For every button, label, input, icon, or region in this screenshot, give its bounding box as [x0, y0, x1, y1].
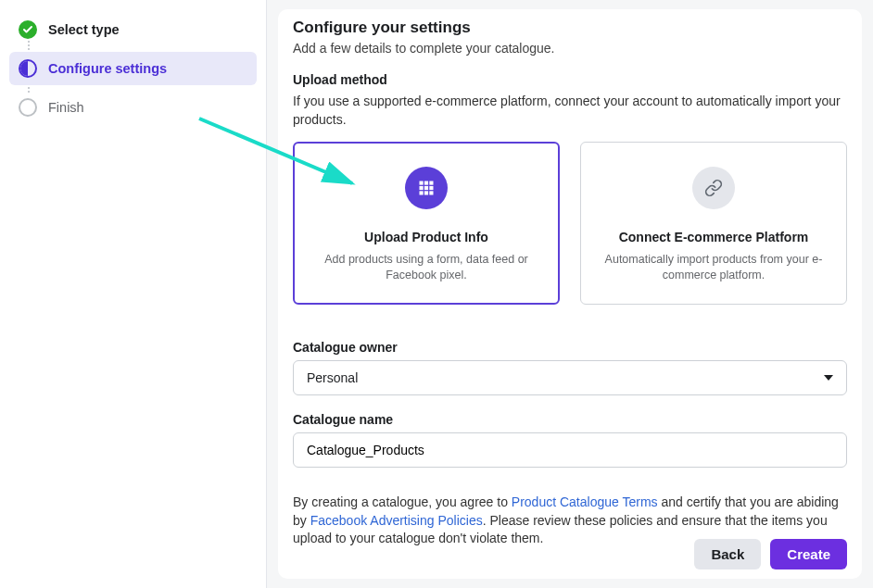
svg-rect-2	[429, 181, 433, 185]
circle-icon	[19, 98, 37, 117]
page-subtitle: Add a few details to complete your catal…	[293, 41, 847, 56]
back-button[interactable]: Back	[694, 539, 761, 569]
catalogue-owner-select[interactable]: Personal	[293, 360, 847, 395]
step-label: Select type	[48, 22, 120, 37]
upload-product-info-option[interactable]: Upload Product Info Add products using a…	[293, 142, 560, 305]
catalogue-name-label: Catalogue name	[293, 412, 847, 427]
svg-rect-5	[429, 186, 433, 190]
step-configure-settings[interactable]: Configure settings	[9, 52, 257, 85]
step-finish[interactable]: Finish	[9, 91, 257, 124]
half-circle-icon	[19, 59, 37, 78]
select-value: Personal	[307, 370, 358, 385]
step-label: Configure settings	[48, 61, 167, 76]
svg-rect-0	[420, 181, 424, 185]
upload-method-label: Upload method	[293, 72, 847, 87]
catalogue-name-input[interactable]	[293, 432, 847, 468]
stepper-sidebar: Select type Configure settings Finish	[0, 0, 267, 588]
upload-method-desc: If you use a supported e-commerce platfo…	[293, 93, 847, 129]
option-desc: Add products using a form, data feed or …	[310, 252, 542, 283]
step-label: Finish	[48, 100, 84, 115]
check-icon	[19, 20, 37, 39]
facebook-advertising-policies-link[interactable]: Facebook Advertising Policies	[310, 513, 483, 528]
svg-rect-7	[424, 192, 428, 195]
step-select-type[interactable]: Select type	[9, 13, 257, 46]
option-desc: Automatically import products from your …	[598, 252, 829, 283]
svg-rect-6	[420, 192, 424, 195]
svg-rect-3	[420, 186, 424, 190]
svg-rect-1	[424, 181, 428, 185]
grid-icon	[405, 167, 448, 209]
svg-rect-4	[424, 186, 428, 190]
create-button[interactable]: Create	[770, 539, 847, 569]
connect-ecommerce-option[interactable]: Connect E-commerce Platform Automaticall…	[580, 142, 847, 305]
option-title: Connect E-commerce Platform	[598, 230, 829, 244]
chevron-down-icon	[824, 375, 833, 381]
catalogue-owner-label: Catalogue owner	[293, 340, 847, 355]
link-icon	[692, 167, 735, 209]
option-title: Upload Product Info	[310, 230, 542, 244]
settings-card: Configure your settings Add a few detail…	[278, 9, 862, 579]
svg-rect-8	[429, 192, 433, 195]
product-catalogue-terms-link[interactable]: Product Catalogue Terms	[512, 494, 658, 509]
page-title: Configure your settings	[293, 19, 847, 37]
